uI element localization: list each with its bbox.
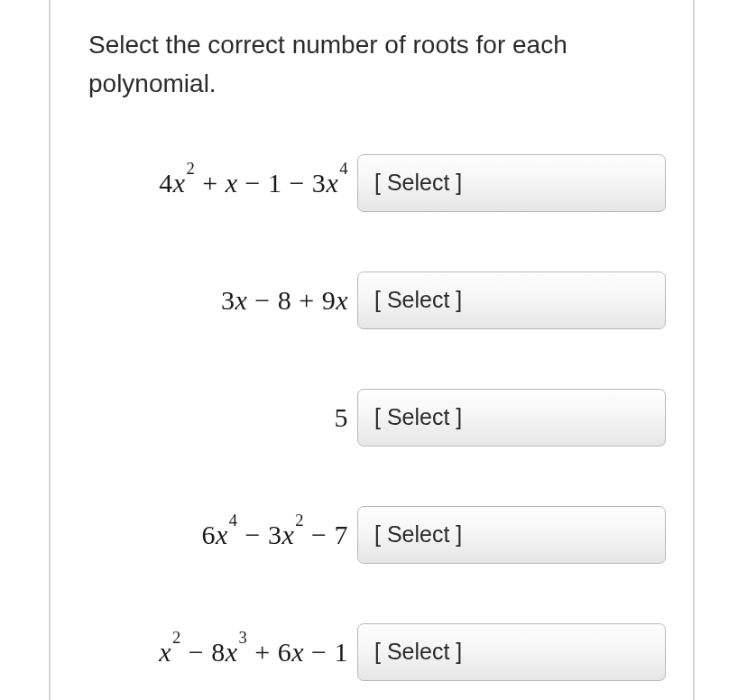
polynomial-row: 4x2 + x − 1 − 3x4 [ Select ] xyxy=(88,154,666,212)
select-dropdown[interactable]: [ Select ] xyxy=(357,623,666,681)
select-dropdown[interactable]: [ Select ] xyxy=(357,506,666,564)
polynomial-expression: 5 xyxy=(88,402,357,433)
select-dropdown[interactable]: [ Select ] xyxy=(357,272,666,329)
polynomial-expression: 4x2 + x − 1 − 3x4 xyxy=(88,167,357,198)
polynomial-row: 6x4 − 3x2 − 7 [ Select ] xyxy=(88,506,666,564)
question-content: Select the correct number of roots for e… xyxy=(88,25,666,700)
select-dropdown[interactable]: [ Select ] xyxy=(357,154,666,212)
select-dropdown[interactable]: [ Select ] xyxy=(357,389,666,447)
polynomial-row: x2 − 8x3 + 6x − 1 [ Select ] xyxy=(88,623,666,681)
polynomial-expression: 6x4 − 3x2 − 7 xyxy=(88,519,357,550)
question-prompt: Select the correct number of roots for e… xyxy=(88,25,666,104)
polynomial-row: 3x − 8 + 9x [ Select ] xyxy=(88,272,666,329)
polynomial-row: 5 [ Select ] xyxy=(88,389,666,447)
polynomial-expression: 3x − 8 + 9x xyxy=(88,285,357,316)
polynomial-expression: x2 − 8x3 + 6x − 1 xyxy=(88,636,357,668)
